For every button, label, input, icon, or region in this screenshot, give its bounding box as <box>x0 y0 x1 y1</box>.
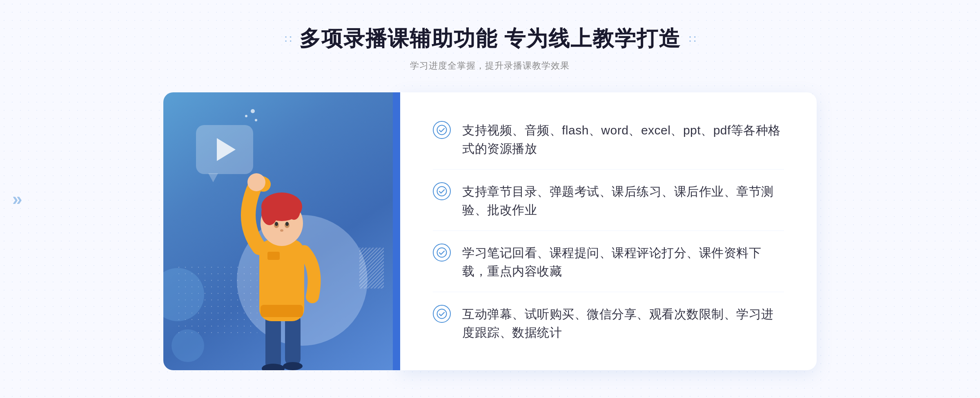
feature-text-3: 学习笔记回看、课程提问、课程评论打分、课件资料下载，重点内容收藏 <box>462 244 784 280</box>
content-section: 支持视频、音频、flash、word、excel、ppt、pdf等各种格式的资源… <box>163 92 817 370</box>
header-section: ∷ 多项录播课辅助功能 专为线上教学打造 ∷ 学习进度全掌握，提升录播课教学效果 <box>285 25 695 72</box>
main-title: 多项录播课辅助功能 专为线上教学打造 <box>299 25 681 53</box>
svg-point-15 <box>280 229 283 232</box>
feature-item-1: 支持视频、音频、flash、word、excel、ppt、pdf等各种格式的资源… <box>433 110 784 170</box>
left-nav-decoration: » <box>12 190 22 208</box>
svg-point-3 <box>283 362 303 370</box>
check-circle-3 <box>433 244 451 262</box>
title-dots-right: ∷ <box>689 32 695 46</box>
page-container: » ∷ 多项录播课辅助功能 专为线上教学打造 ∷ 学习进度全掌握，提升录播课教学… <box>0 0 980 398</box>
title-row: ∷ 多项录播课辅助功能 专为线上教学打造 ∷ <box>285 25 695 53</box>
feature-text-2: 支持章节目录、弹题考试、课后练习、课后作业、章节测验、批改作业 <box>462 182 784 219</box>
svg-point-17 <box>437 125 447 134</box>
feature-item-3: 学习笔记回看、课程提问、课程评论打分、课件资料下载，重点内容收藏 <box>433 232 784 292</box>
title-dots-left: ∷ <box>285 32 291 46</box>
svg-rect-0 <box>265 313 281 370</box>
check-circle-2 <box>433 182 451 200</box>
feature-text-1: 支持视频、音频、flash、word、excel、ppt、pdf等各种格式的资源… <box>462 121 784 158</box>
svg-point-6 <box>247 173 265 191</box>
svg-rect-5 <box>261 305 303 317</box>
subtitle: 学习进度全掌握，提升录播课教学效果 <box>410 60 570 72</box>
svg-point-10 <box>288 202 300 220</box>
svg-point-20 <box>437 309 447 319</box>
left-chevron-icon: » <box>12 190 22 208</box>
illustration-card <box>163 92 400 370</box>
feature-text-4: 互动弹幕、试听购买、微信分享、观看次数限制、学习进度跟踪、数据统计 <box>462 305 784 342</box>
human-figure-illustration <box>163 141 400 370</box>
svg-rect-16 <box>267 252 280 260</box>
features-panel: 支持视频、音频、flash、word、excel、ppt、pdf等各种格式的资源… <box>400 92 817 370</box>
feature-item-2: 支持章节目录、弹题考试、课后练习、课后作业、章节测验、批改作业 <box>433 171 784 231</box>
svg-point-18 <box>437 186 447 196</box>
svg-point-19 <box>437 248 447 257</box>
svg-point-2 <box>262 364 285 370</box>
svg-point-9 <box>261 201 278 225</box>
svg-point-13 <box>275 222 278 226</box>
check-circle-1 <box>433 121 451 139</box>
feature-item-4: 互动弹幕、试听购买、微信分享、观看次数限制、学习进度跟踪、数据统计 <box>433 293 784 353</box>
svg-point-14 <box>285 222 289 226</box>
check-circle-4 <box>433 305 451 323</box>
